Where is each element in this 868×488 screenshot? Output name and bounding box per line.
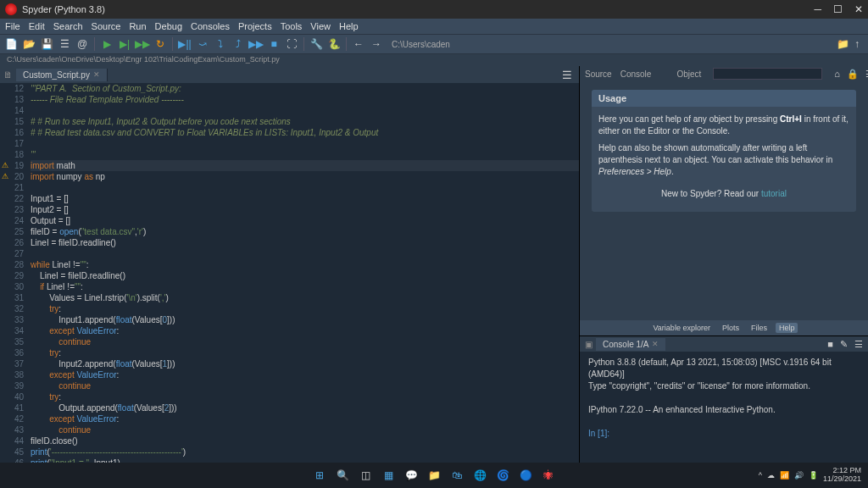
stop-debug-icon[interactable]: ■ xyxy=(266,36,281,52)
run-icon[interactable]: ▶ xyxy=(99,36,114,52)
code-line[interactable]: 31 Values = LineI.rstrip('\n').split(','… xyxy=(0,292,579,303)
code-line[interactable]: 44fileID.close() xyxy=(0,435,579,446)
app-icon[interactable]: 🌐 xyxy=(471,467,488,484)
step-out-icon[interactable]: ⤴ xyxy=(231,36,246,52)
continue-icon[interactable]: ▶▶ xyxy=(248,36,264,52)
code-line[interactable]: 36 try: xyxy=(0,347,579,358)
code-line[interactable]: 28while LineI !="": xyxy=(0,259,579,270)
console-tab[interactable]: Console 1/A ✕ xyxy=(596,338,665,351)
clock[interactable]: 2:12 PM 11/29/2021 xyxy=(823,467,861,484)
object-input[interactable] xyxy=(713,68,822,80)
code-line[interactable]: 20⚠import numpy as np xyxy=(0,171,579,182)
home-icon[interactable]: ⌂ xyxy=(834,69,840,80)
editor-tab[interactable]: Custom_Script.py ✕ xyxy=(16,69,108,81)
maximize-button[interactable]: ☐ xyxy=(833,3,843,15)
menu-tools[interactable]: Tools xyxy=(281,21,303,31)
tray-chevron-icon[interactable]: ^ xyxy=(759,471,762,480)
revert-icon[interactable]: @ xyxy=(75,36,90,52)
code-line[interactable]: 45print('-------------------------------… xyxy=(0,446,579,458)
menu-debug[interactable]: Debug xyxy=(155,21,182,31)
step-over-icon[interactable]: ⤻ xyxy=(195,36,210,52)
start-icon[interactable]: ⊞ xyxy=(311,467,328,484)
store-icon[interactable]: 🛍 xyxy=(448,467,465,484)
code-line[interactable]: 17 xyxy=(0,138,579,149)
code-line[interactable]: 15# # Run to see Input1, Input2 & Output… xyxy=(0,116,579,127)
code-editor[interactable]: 12'''PART A. Section of Custom_Script.py… xyxy=(0,83,579,463)
code-line[interactable]: 25fileID = open("test data.csv",'r') xyxy=(0,226,579,237)
minimize-button[interactable]: ─ xyxy=(814,3,821,15)
code-line[interactable]: 34 except ValueError: xyxy=(0,325,579,336)
code-line[interactable]: 35 continue xyxy=(0,336,579,347)
tray-onedrive-icon[interactable]: ☁ xyxy=(767,471,775,480)
tray-volume-icon[interactable]: 🔊 xyxy=(794,471,804,480)
help-console-tab[interactable]: Console xyxy=(620,69,652,79)
code-line[interactable]: 26LineI = fileID.readline() xyxy=(0,237,579,248)
inspector-tab-files[interactable]: Files xyxy=(748,322,771,334)
code-line[interactable]: 18''' xyxy=(0,149,579,160)
back-icon[interactable]: ← xyxy=(351,36,366,52)
code-line[interactable]: 42 except ValueError: xyxy=(0,413,579,424)
edge-icon[interactable]: 🌀 xyxy=(494,467,511,484)
spyder-task-icon[interactable]: 🕷 xyxy=(540,467,557,484)
chrome-icon[interactable]: 🔵 xyxy=(517,467,534,484)
code-line[interactable]: 41 Output.append(float(Values[2])) xyxy=(0,402,579,413)
code-line[interactable]: 13------ File Read Template Provided ---… xyxy=(0,94,579,105)
inspector-tab-variable-explorer[interactable]: Variable explorer xyxy=(650,322,714,334)
new-file-icon[interactable]: 📄 xyxy=(3,36,19,52)
close-console-icon[interactable]: ✕ xyxy=(652,340,659,348)
open-file-icon[interactable]: 📂 xyxy=(21,36,36,52)
help-source-tab[interactable]: Source xyxy=(585,69,612,79)
code-line[interactable]: 39 continue xyxy=(0,380,579,391)
run-cell-advance-icon[interactable]: ▶▶ xyxy=(135,36,150,52)
editor-menu-icon[interactable]: ☰ xyxy=(555,69,579,81)
close-tab-icon[interactable]: ✕ xyxy=(93,70,100,79)
chat-icon[interactable]: 💬 xyxy=(403,467,420,484)
close-button[interactable]: ✕ xyxy=(854,3,863,15)
menu-projects[interactable]: Projects xyxy=(238,21,272,31)
menu-view[interactable]: View xyxy=(310,21,331,31)
step-into-icon[interactable]: ⤵ xyxy=(213,36,228,52)
pythonpath-icon[interactable]: 🐍 xyxy=(326,36,342,52)
menu-edit[interactable]: Edit xyxy=(29,21,45,31)
code-line[interactable]: 33 Input1.append(float(Values[0])) xyxy=(0,314,579,325)
console-prompt[interactable]: In [1]: xyxy=(588,428,860,440)
browse-folder-icon[interactable]: 📁 xyxy=(837,38,849,50)
code-line[interactable]: 30 if LineI !="": xyxy=(0,281,579,292)
menu-search[interactable]: Search xyxy=(53,21,83,31)
menu-consoles[interactable]: Consoles xyxy=(191,21,230,31)
code-line[interactable]: 40 try: xyxy=(0,391,579,402)
code-line[interactable]: 21 xyxy=(0,182,579,193)
tutorial-link[interactable]: tutorial xyxy=(761,189,787,198)
preferences-icon[interactable]: 🔧 xyxy=(309,36,324,52)
explorer-icon[interactable]: 📁 xyxy=(426,467,442,484)
code-line[interactable]: 14 xyxy=(0,105,579,116)
code-line[interactable]: 12'''PART A. Section of Custom_Script.py… xyxy=(0,83,579,94)
search-icon[interactable]: 🔍 xyxy=(334,467,351,484)
run-selection-icon[interactable]: ↻ xyxy=(153,36,168,52)
run-cell-icon[interactable]: ▶| xyxy=(117,36,132,52)
menu-run[interactable]: Run xyxy=(129,21,146,31)
maximize-pane-icon[interactable]: ⛶ xyxy=(284,36,299,52)
console-menu-icon[interactable]: ☰ xyxy=(854,339,863,350)
code-line[interactable]: 29 LineI = fileID.readline() xyxy=(0,270,579,281)
code-line[interactable]: 16# # Read test data.csv and CONVERT to … xyxy=(0,127,579,138)
forward-icon[interactable]: → xyxy=(369,36,384,52)
menu-source[interactable]: Source xyxy=(92,21,121,31)
lock-icon[interactable]: 🔒 xyxy=(847,69,859,80)
code-line[interactable]: 24Output = [] xyxy=(0,215,579,226)
code-line[interactable]: 32 try: xyxy=(0,303,579,314)
code-line[interactable]: 37 Input2.append(float(Values[1])) xyxy=(0,358,579,369)
tray-wifi-icon[interactable]: 📶 xyxy=(780,471,789,480)
taskview-icon[interactable]: ◫ xyxy=(357,467,374,484)
code-line[interactable]: 22Input1 = [] xyxy=(0,193,579,204)
code-line[interactable]: 27 xyxy=(0,248,579,259)
clear-console-icon[interactable]: ✎ xyxy=(840,339,848,350)
save-icon[interactable]: 💾 xyxy=(39,36,54,52)
menu-help[interactable]: Help xyxy=(339,21,359,31)
code-line[interactable]: 23Input2 = [] xyxy=(0,204,579,215)
widgets-icon[interactable]: ▦ xyxy=(380,467,397,484)
console-output[interactable]: Python 3.8.8 (default, Apr 13 2021, 15:0… xyxy=(580,352,868,463)
inspector-tab-plots[interactable]: Plots xyxy=(719,322,743,334)
parent-folder-icon[interactable]: ↑ xyxy=(854,38,860,50)
stop-console-icon[interactable]: ■ xyxy=(827,339,833,350)
